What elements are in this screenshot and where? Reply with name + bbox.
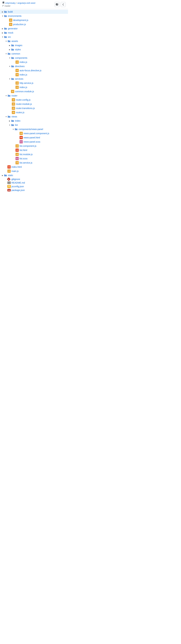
html-icon-index: H5 <box>8 165 11 168</box>
file-tree: build environments JS development.js JS … <box>0 9 68 192</box>
tree-item-http-service-js[interactable]: JS http.service.js <box>0 81 68 85</box>
toggle-src[interactable] <box>1 36 4 38</box>
toggle-images[interactable] <box>9 44 11 46</box>
tree-item-assets[interactable]: assets <box>0 39 68 43</box>
tree-item-router[interactable]: router <box>0 94 68 98</box>
header-left: onlymisaky / angularjs-es6-seed master <box>2 2 35 7</box>
tree-item-auto-focus-directive-js[interactable]: JS auto-focus.directive.js <box>0 68 68 72</box>
tree-item-gitignore[interactable]: ◆ .gitignore <box>0 178 68 181</box>
back-button[interactable] <box>61 2 66 7</box>
toggle-assets[interactable] <box>5 40 8 42</box>
tree-item-development-js[interactable]: JS development.js <box>0 18 68 22</box>
tree-item-production-js[interactable]: JS production.js <box>0 22 68 26</box>
tree-item-index-html[interactable]: H5 index.html <box>0 165 68 169</box>
tree-item-generator[interactable]: generator <box>0 26 68 31</box>
tree-item-router-module-js[interactable]: JS router.module.js <box>0 102 68 106</box>
tree-item-static[interactable]: static <box>0 173 68 178</box>
tree-item-environments[interactable]: environments <box>0 14 68 18</box>
label-list-scss: list.scss <box>20 157 28 160</box>
toggle-list[interactable] <box>9 124 11 126</box>
js-icon-list-module: JS <box>16 153 19 156</box>
toggle-common[interactable] <box>5 52 8 55</box>
toggle-static[interactable] <box>1 174 4 176</box>
tree-item-directives[interactable]: directives <box>0 64 68 68</box>
tree-item-components-news-panel[interactable]: components/news-panel <box>0 127 68 131</box>
tree-item-build[interactable]: build <box>0 10 68 14</box>
toggle-router[interactable] <box>5 94 8 97</box>
folder-icon-mock <box>4 31 7 34</box>
tree-item-list-module-js[interactable]: JS list.module.js <box>0 152 68 156</box>
folder-icon-assets <box>8 40 11 43</box>
tree-item-list-component-js[interactable]: JS list.component.js <box>0 144 68 148</box>
label-index-folder: index <box>15 120 20 122</box>
tree-item-news-panel-component-js[interactable]: JS news-panel.component.js <box>0 131 68 136</box>
tree-item-news-panel-html[interactable]: H5 news-panel.html <box>0 136 68 140</box>
tree-item-mock[interactable]: mock <box>0 31 68 35</box>
tree-item-services[interactable]: services <box>0 77 68 81</box>
tree-item-components-index-js[interactable]: JS index.js <box>0 60 68 64</box>
tree-item-views[interactable]: views <box>0 114 68 119</box>
toggle-generator[interactable] <box>1 27 4 30</box>
md-icon-readme: ≡≡≡≡ <box>8 182 11 184</box>
toggle-environments[interactable] <box>1 15 4 17</box>
folder-icon-components <box>11 56 14 60</box>
label-router-transitions-js: router.transitions.js <box>16 107 35 110</box>
label-common: common <box>12 52 20 55</box>
scss-icon-news-panel: Sss <box>20 140 23 144</box>
tree-item-routes-js[interactable]: JS routes.js <box>0 110 68 114</box>
js-icon-services-index: JS <box>16 86 19 89</box>
folder-icon-list <box>11 124 14 126</box>
tree-item-components[interactable]: components <box>0 56 68 60</box>
tree-item-list[interactable]: list <box>0 123 68 127</box>
label-directives: directives <box>15 65 25 68</box>
label-router-config-js: router.config.js <box>16 98 31 101</box>
tree-item-package-json[interactable]: ▣ package.json <box>0 188 68 192</box>
tree-item-list-service-js[interactable]: JS list.service.js <box>0 161 68 165</box>
json-icon-jsconfig: 🗄 <box>8 185 11 188</box>
tree-item-services-index-js[interactable]: JS index.js <box>0 85 68 89</box>
toggle-components-news-panel[interactable] <box>12 128 15 130</box>
tree-item-directives-index-js[interactable]: JS index.js <box>0 72 68 77</box>
tree-item-readme-md[interactable]: ≡≡≡≡ README.md <box>0 181 68 184</box>
tree-item-router-transitions-js[interactable]: JS router.transitions.js <box>0 106 68 110</box>
js-icon-http-service: JS <box>16 82 19 85</box>
tree-item-router-config-js[interactable]: JS router.config.js <box>0 98 68 102</box>
toggle-mock[interactable] <box>1 32 4 34</box>
tree-item-news-panel-scss[interactable]: Sss news-panel.scss <box>0 140 68 144</box>
settings-button[interactable] <box>54 2 60 7</box>
tree-item-list-html[interactable]: H5 list.html <box>0 148 68 152</box>
tree-item-index-folder[interactable]: index <box>0 119 68 123</box>
toggle-index-folder[interactable] <box>9 120 11 122</box>
repo-icon <box>2 2 5 4</box>
tree-item-jsconfig-json[interactable]: 🗄 jsconfig.json <box>0 184 68 188</box>
label-list-service-js: list.service.js <box>20 162 32 164</box>
js-icon-main: JS <box>8 170 11 173</box>
scss-icon-list: Sss <box>16 157 19 160</box>
repo-name-link[interactable]: angularjs-es6-seed <box>18 2 35 4</box>
tree-item-images[interactable]: images <box>0 43 68 48</box>
toggle-components[interactable] <box>9 56 11 59</box>
tree-item-main-js[interactable]: JS main.js <box>0 169 68 173</box>
tree-item-common[interactable]: common <box>0 52 68 56</box>
toggle-views[interactable] <box>5 115 8 118</box>
tree-item-src[interactable]: src <box>0 35 68 39</box>
tree-item-styles[interactable]: styles <box>0 48 68 52</box>
label-services-index-js: index.js <box>20 86 27 88</box>
label-news-panel-component-js: news-panel.component.js <box>24 132 49 135</box>
label-news-panel-scss: news-panel.scss <box>24 140 40 143</box>
js-icon-news-panel-component: JS <box>20 132 23 135</box>
toggle-directives[interactable] <box>9 65 11 68</box>
app-container: onlymisaky / angularjs-es6-seed master <box>0 0 68 192</box>
toggle-services[interactable] <box>9 78 11 80</box>
branch-row: master <box>2 5 35 7</box>
tree-item-list-scss[interactable]: Sss list.scss <box>0 156 68 161</box>
label-components-index-js: index.js <box>20 61 27 64</box>
label-list-component-js: list.component.js <box>20 145 36 147</box>
tree-item-common-module-js[interactable]: JS common.module.js <box>0 89 68 94</box>
repo-owner-link[interactable]: onlymisaky <box>5 2 16 4</box>
breadcrumb: onlymisaky / angularjs-es6-seed <box>2 2 35 4</box>
toggle-build[interactable] <box>1 10 4 13</box>
js-icon-common-module: JS <box>11 90 14 93</box>
toggle-styles[interactable] <box>9 48 11 51</box>
label-src: src <box>8 36 11 38</box>
